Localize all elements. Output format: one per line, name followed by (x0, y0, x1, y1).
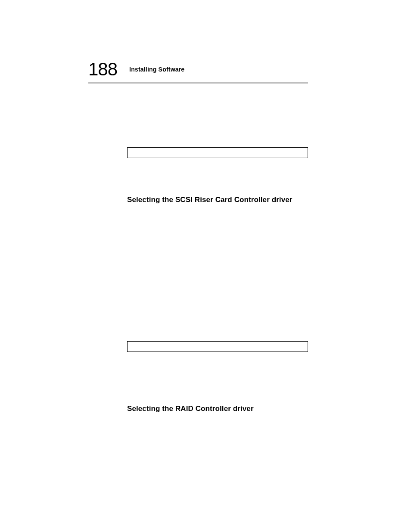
spacer (127, 158, 308, 196)
spacer (127, 84, 308, 147)
page-container: 188 Installing Software Selecting the SC… (88, 60, 308, 413)
section-heading-scsi: Selecting the SCSI Riser Card Controller… (127, 196, 308, 204)
content-column: Selecting the SCSI Riser Card Controller… (127, 84, 308, 413)
page-number: 188 (88, 60, 117, 78)
empty-box (127, 147, 308, 158)
spacer (127, 352, 308, 404)
chapter-title: Installing Software (129, 66, 184, 73)
section-heading-raid: Selecting the RAID Controller driver (127, 404, 308, 413)
spacer (127, 204, 308, 341)
empty-box (127, 341, 308, 352)
page-header: 188 Installing Software (88, 60, 308, 78)
